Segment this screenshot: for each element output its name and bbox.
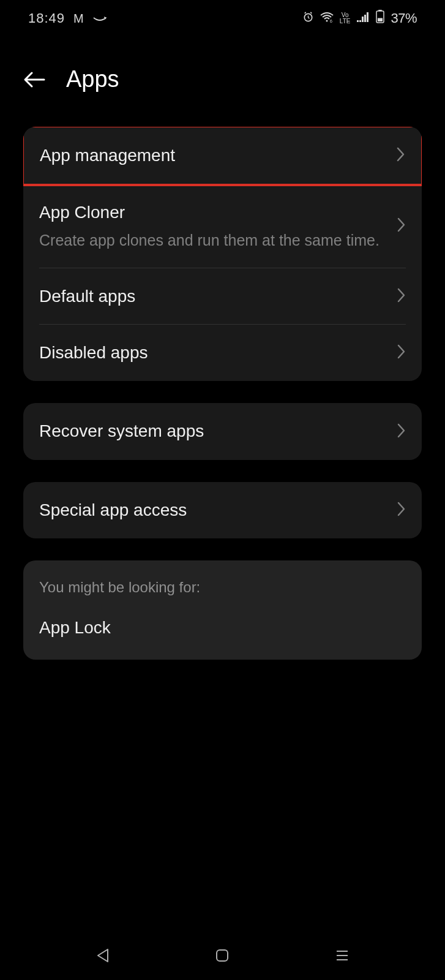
svg-rect-4: [359, 20, 361, 22]
battery-icon: [376, 10, 384, 27]
status-bar-left: 18:49 M: [28, 10, 107, 26]
alarm-icon: [302, 10, 314, 26]
apps-settings-group-1: App management App Cloner Create app clo…: [23, 127, 422, 381]
list-item-title: Disabled apps: [39, 342, 385, 364]
chevron-right-icon: [397, 217, 406, 235]
svg-rect-11: [217, 950, 228, 961]
battery-percentage: 37%: [391, 10, 417, 26]
chevron-right-icon: [397, 502, 406, 519]
triangle-back-icon: [95, 948, 110, 963]
svg-rect-5: [362, 17, 364, 22]
app-cloner-row[interactable]: App Cloner Create app clones and run the…: [23, 184, 422, 268]
nav-recents-button[interactable]: [330, 943, 354, 968]
app-lock-link[interactable]: App Lock: [39, 618, 406, 638]
chevron-right-icon: [397, 147, 405, 164]
menu-recents-icon: [335, 949, 350, 962]
header: Apps: [0, 37, 445, 115]
clock-time: 18:49: [28, 10, 65, 26]
svg-rect-3: [357, 20, 359, 22]
suggestion-card: You might be looking for: App Lock: [23, 560, 422, 660]
chevron-right-icon: [397, 344, 406, 361]
list-item-title: App Cloner: [39, 202, 385, 224]
app-management-row[interactable]: App management: [23, 127, 422, 186]
apps-settings-group-2: Recover system apps: [23, 403, 422, 459]
svg-rect-10: [378, 18, 383, 22]
recover-system-apps-row[interactable]: Recover system apps: [23, 403, 422, 459]
special-app-access-row[interactable]: Special app access: [23, 482, 422, 538]
list-item-title: Default apps: [39, 285, 385, 307]
svg-rect-9: [378, 10, 382, 11]
gmail-icon: M: [73, 12, 84, 26]
signal-icon: [356, 10, 370, 26]
svg-rect-6: [364, 15, 366, 22]
status-bar: 18:49 M 6 Vo: [0, 0, 445, 37]
page-title: Apps: [66, 66, 119, 92]
svg-rect-7: [367, 12, 368, 22]
back-button[interactable]: [22, 67, 47, 92]
svg-point-1: [326, 20, 327, 22]
nav-home-button[interactable]: [210, 943, 234, 968]
wifi-icon: 6: [320, 10, 334, 26]
nav-back-button[interactable]: [91, 943, 115, 968]
list-item-title: Recover system apps: [39, 420, 385, 442]
volte-icon: Vo LTE: [340, 12, 351, 24]
square-home-icon: [215, 948, 230, 963]
arrow-left-icon: [23, 71, 45, 88]
status-bar-right: 6 Vo LTE 37%: [302, 10, 417, 27]
list-item-title: App management: [40, 145, 384, 167]
default-apps-row[interactable]: Default apps: [23, 268, 422, 325]
chevron-right-icon: [397, 423, 406, 440]
content-area: App management App Cloner Create app clo…: [0, 115, 445, 672]
suggestion-header: You might be looking for:: [39, 579, 406, 596]
list-item-subtitle: Create app clones and run them at the sa…: [39, 230, 385, 251]
disabled-apps-row[interactable]: Disabled apps: [23, 325, 422, 381]
amazon-icon: [92, 10, 107, 26]
apps-settings-group-3: Special app access: [23, 482, 422, 538]
svg-text:6: 6: [330, 19, 332, 23]
list-item-title: Special app access: [39, 499, 385, 521]
chevron-right-icon: [397, 288, 406, 305]
navigation-bar: [0, 931, 445, 980]
